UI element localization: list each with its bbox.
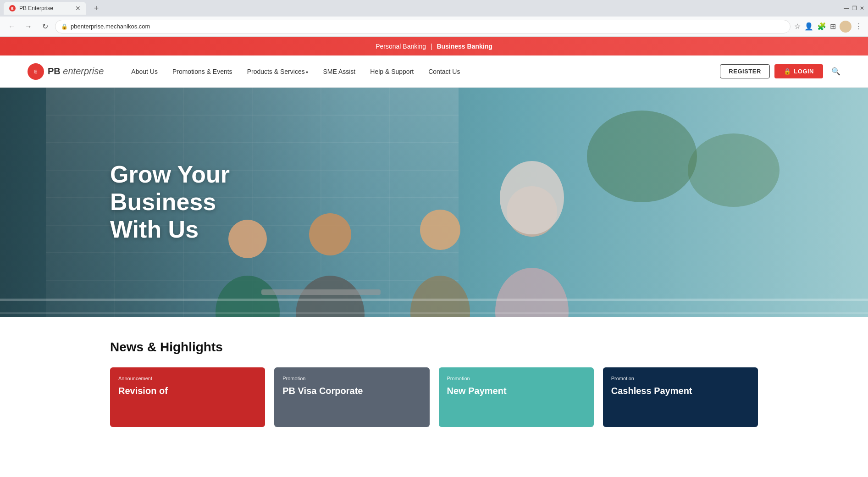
- new-tab-button[interactable]: +: [90, 2, 103, 15]
- forward-button[interactable]: →: [22, 20, 35, 33]
- logo-icon: E: [28, 63, 44, 80]
- nav-about-us[interactable]: About Us: [131, 68, 158, 75]
- svg-text:E: E: [34, 69, 38, 74]
- news-card-visa[interactable]: Promotion PB Visa Corporate: [274, 367, 429, 427]
- browser-titlebar: E PB Enterprise ✕ + — ❐ ✕: [0, 0, 868, 17]
- hero-section: Grow Your Business With Us: [0, 88, 868, 317]
- window-control-buttons: — ❐ ✕: [844, 5, 864, 11]
- grid-icon[interactable]: ⊞: [830, 22, 836, 31]
- svg-point-22: [420, 210, 460, 250]
- window-controls: — ❐ ✕: [844, 5, 864, 11]
- card-title-2: PB Visa Corporate: [282, 385, 421, 397]
- card-title-1: Revision of: [118, 385, 257, 397]
- hero-title: Grow Your Business With Us: [110, 161, 230, 243]
- logo-svg: E: [31, 67, 41, 77]
- login-lock-icon: 🔒: [784, 68, 791, 75]
- menu-icon[interactable]: ⋮: [855, 22, 862, 31]
- browser-chrome: E PB Enterprise ✕ + — ❐ ✕ ← → ↻ 🔒 pbente…: [0, 0, 868, 37]
- news-card-payment[interactable]: Promotion New Payment: [439, 367, 594, 427]
- website: Personal Banking | Business Banking E PB…: [0, 37, 868, 441]
- browser-tab-active[interactable]: E PB Enterprise ✕: [4, 2, 86, 15]
- navbar: E PB enterprise About Us Promotions & Ev…: [0, 55, 868, 88]
- svg-rect-27: [0, 299, 868, 301]
- svg-rect-28: [0, 312, 868, 314]
- card-title-3: New Payment: [447, 385, 586, 397]
- nav-sme-assist[interactable]: SME Assist: [323, 68, 355, 75]
- profile-icon[interactable]: 👤: [804, 22, 813, 31]
- card-tag-4: Promotion: [611, 376, 750, 381]
- toolbar-right-icons: ☆ 👤 🧩 ⊞ ⋮: [794, 21, 862, 33]
- news-card-announcement[interactable]: Announcement Revision of: [110, 367, 265, 427]
- minimize-button[interactable]: —: [844, 5, 849, 11]
- hero-title-line3: With Us: [110, 216, 230, 244]
- svg-point-20: [309, 213, 351, 255]
- extensions-icon[interactable]: 🧩: [817, 22, 826, 31]
- user-avatar[interactable]: [840, 21, 851, 33]
- login-label: LOGIN: [794, 68, 814, 75]
- news-cards-container: Announcement Revision of Promotion PB Vi…: [110, 367, 758, 427]
- card-tag-1: Announcement: [118, 376, 257, 381]
- news-section: News & Highlights Announcement Revision …: [0, 317, 868, 441]
- logo[interactable]: E PB enterprise: [28, 63, 104, 80]
- nav-contact-us[interactable]: Contact Us: [428, 68, 460, 75]
- logo-enterprise: enterprise: [63, 66, 104, 76]
- restore-button[interactable]: ❐: [852, 5, 857, 11]
- browser-toolbar: ← → ↻ 🔒 pbenterprise.mechanikos.com ☆ 👤 …: [0, 17, 868, 37]
- login-button[interactable]: 🔒 LOGIN: [774, 64, 823, 78]
- card-tag-2: Promotion: [282, 376, 421, 381]
- news-card-cashless[interactable]: Promotion Cashless Payment: [603, 367, 758, 427]
- nav-help-support[interactable]: Help & Support: [370, 68, 414, 75]
- svg-point-30: [688, 133, 780, 207]
- tab-favicon: E: [9, 5, 16, 11]
- bookmark-star-icon[interactable]: ☆: [794, 22, 801, 31]
- hero-title-line1: Grow Your: [110, 161, 230, 189]
- card-tag-3: Promotion: [447, 376, 586, 381]
- search-icon[interactable]: 🔍: [831, 67, 840, 76]
- nav-promotions-events[interactable]: Promotions & Events: [172, 68, 232, 75]
- reload-button[interactable]: ↻: [39, 20, 51, 33]
- hero-title-line2: Business: [110, 189, 230, 216]
- register-button[interactable]: REGISTER: [720, 64, 769, 78]
- top-banner: Personal Banking | Business Banking: [0, 37, 868, 55]
- svg-point-18: [228, 220, 267, 258]
- logo-pb: PB: [48, 66, 61, 76]
- nav-products-services[interactable]: Products & Services: [247, 68, 309, 75]
- card-title-4: Cashless Payment: [611, 385, 750, 397]
- close-button[interactable]: ✕: [860, 5, 864, 11]
- news-section-title: News & Highlights: [110, 340, 758, 355]
- logo-text: PB enterprise: [48, 66, 104, 77]
- nav-links: About Us Promotions & Events Products & …: [131, 68, 720, 75]
- url-text: pbenterprise.mechanikos.com: [71, 23, 785, 30]
- svg-rect-26: [261, 289, 381, 295]
- personal-banking-link[interactable]: Personal Banking: [376, 43, 426, 50]
- tab-close-button[interactable]: ✕: [75, 5, 81, 12]
- business-banking-link[interactable]: Business Banking: [437, 43, 492, 50]
- lock-icon: 🔒: [61, 23, 68, 30]
- address-bar[interactable]: 🔒 pbenterprise.mechanikos.com: [55, 20, 791, 33]
- nav-actions: REGISTER 🔒 LOGIN 🔍: [720, 64, 840, 78]
- svg-point-29: [587, 111, 697, 202]
- banner-separator: |: [431, 43, 432, 50]
- svg-point-25: [500, 161, 564, 234]
- hero-content: Grow Your Business With Us: [110, 161, 230, 243]
- tab-title: PB Enterprise: [19, 5, 53, 11]
- back-button[interactable]: ←: [6, 20, 18, 33]
